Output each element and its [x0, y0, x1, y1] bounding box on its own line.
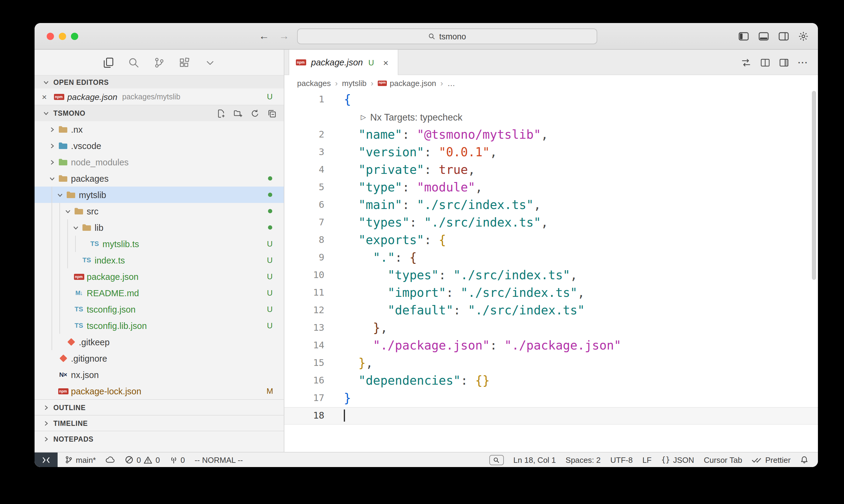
tree-item-mytslib.ts[interactable]: TSmytslib.tsU: [35, 236, 284, 252]
status-zoom[interactable]: [484, 452, 509, 467]
sidebar: OPEN EDITORS × npm package.json packages…: [35, 50, 285, 452]
tree-item-index.ts[interactable]: TSindex.tsU: [35, 252, 284, 268]
panel-title: NOTEPADS: [53, 435, 94, 443]
tree-item-node_modules[interactable]: node_modules: [35, 154, 284, 170]
status-language-mode[interactable]: {}JSON: [656, 452, 699, 467]
tree-item-src[interactable]: src: [35, 203, 284, 219]
status-git-branch[interactable]: main*: [60, 452, 101, 467]
code-line-9[interactable]: 9 ".": {: [285, 249, 818, 267]
code-line-8[interactable]: 8 "exports": {: [285, 231, 818, 249]
code-line-5[interactable]: 5 "type": "module",: [285, 179, 818, 196]
code-line-18[interactable]: 18: [285, 407, 818, 425]
source-control-icon[interactable]: [153, 57, 165, 69]
status-formatter-prettier[interactable]: Prettier: [747, 452, 795, 467]
explorer-icon[interactable]: [102, 57, 114, 69]
status-indentation[interactable]: Spaces: 2: [561, 452, 606, 467]
open-editor-package-json[interactable]: × npm package.json packages/mytslib U: [35, 88, 284, 105]
split-editor-icon[interactable]: [760, 58, 770, 67]
tree-item-.nx[interactable]: .nx: [35, 121, 284, 138]
status-cursor-tab[interactable]: Cursor Tab: [699, 452, 747, 467]
panel-header-outline[interactable]: OUTLINE: [35, 399, 284, 415]
tree-item-packages[interactable]: packages: [35, 170, 284, 186]
status-ports[interactable]: 0: [165, 452, 189, 467]
code-line-6[interactable]: 6 "main": "./src/index.ts",: [285, 196, 818, 214]
breadcrumb-packages[interactable]: packages: [297, 78, 331, 88]
panel-header-timeline[interactable]: TIMELINE: [35, 415, 284, 431]
tree-item-label: README.md: [87, 288, 139, 298]
workspace-header-tsmono[interactable]: TSMONO: [35, 105, 284, 121]
toggle-primary-sidebar-icon[interactable]: [739, 32, 749, 41]
new-folder-icon[interactable]: [234, 109, 243, 118]
toggle-secondary-sidebar-icon[interactable]: [778, 32, 789, 41]
code-line-7[interactable]: 7 "types": "./src/index.ts",: [285, 214, 818, 231]
code-line-12[interactable]: 12 "default": "./src/index.ts": [285, 302, 818, 319]
new-file-icon[interactable]: [217, 109, 226, 118]
more-views-icon[interactable]: [204, 57, 216, 69]
panel-header-notepads[interactable]: NOTEPADS: [35, 431, 284, 447]
tree-item-.gitignore[interactable]: .gitignore: [35, 350, 284, 366]
tree-item-package.json[interactable]: npmpackage.jsonU: [35, 268, 284, 285]
code-line-4[interactable]: 4 "private": true,: [285, 161, 818, 179]
tree-item-mytslib[interactable]: mytslib: [35, 186, 284, 203]
code-line-1[interactable]: 1{: [285, 91, 818, 108]
close-window-button[interactable]: [47, 33, 54, 40]
command-center-search[interactable]: tsmono: [297, 29, 597, 44]
breadcrumb-package.json[interactable]: npmpackage.json: [378, 78, 436, 88]
close-editor-icon[interactable]: ×: [42, 92, 53, 102]
refresh-icon[interactable]: [251, 109, 259, 118]
breadcrumb-more[interactable]: …: [447, 78, 455, 88]
toggle-layout-icon[interactable]: [779, 58, 789, 67]
tab-package-json[interactable]: npm package.json U ×: [289, 50, 398, 75]
tree-item-.vscode[interactable]: .vscode: [35, 138, 284, 154]
code-line-17[interactable]: 17}: [285, 390, 818, 407]
code-line-3[interactable]: 3 "version": "0.0.1",: [285, 144, 818, 161]
status-notifications[interactable]: [795, 452, 813, 467]
close-tab-icon[interactable]: ×: [383, 57, 389, 68]
workspace-title: TSMONO: [53, 110, 86, 117]
status-remote-indicator[interactable]: [35, 452, 57, 467]
extensions-icon[interactable]: [179, 57, 190, 69]
tree-item-.gitkeep[interactable]: .gitkeep: [35, 334, 284, 350]
tree-item-label: .gitignore: [71, 354, 107, 363]
navigate-forward-button[interactable]: →: [279, 30, 289, 42]
status-vim-mode[interactable]: -- NORMAL --: [190, 452, 248, 467]
breadcrumb-mytslib[interactable]: mytslib: [342, 78, 366, 88]
compare-changes-icon[interactable]: [741, 58, 751, 67]
search-icon[interactable]: [128, 57, 139, 69]
editor-scrollbar[interactable]: [812, 91, 816, 280]
code-line-10[interactable]: 10 "types": "./src/index.ts",: [285, 267, 818, 284]
settings-gear-icon[interactable]: [798, 32, 808, 41]
indent-guide: [52, 186, 52, 350]
line-number: 5: [285, 179, 324, 196]
zoom-window-button[interactable]: [71, 33, 78, 40]
codelens-nx-targets[interactable]: ▷Nx Targets: typecheck: [361, 108, 462, 126]
status-text: 0: [156, 455, 160, 464]
tree-item-README.md[interactable]: M↓README.mdU: [35, 285, 284, 301]
tree-item-tsconfig.lib.json[interactable]: TStsconfig.lib.jsonU: [35, 318, 284, 334]
code-line-13[interactable]: 13 },: [285, 319, 818, 337]
status-cursor-position[interactable]: Ln 18, Col 1: [509, 452, 561, 467]
tree-item-package-lock.json[interactable]: npmpackage-lock.jsonM: [35, 383, 284, 399]
toggle-panel-icon[interactable]: [758, 32, 769, 41]
open-editors-header[interactable]: OPEN EDITORS: [35, 75, 284, 88]
status-text: LF: [642, 455, 652, 464]
code-line-15[interactable]: 15 },: [285, 354, 818, 372]
code-line-14[interactable]: 14 "./package.json": "./package.json": [285, 337, 818, 354]
status-sync[interactable]: [101, 452, 120, 467]
status-eol[interactable]: LF: [638, 452, 656, 467]
status-problems[interactable]: 00: [120, 452, 165, 467]
more-actions-icon[interactable]: ···: [798, 57, 808, 67]
minimize-window-button[interactable]: [59, 33, 66, 40]
tree-item-tsconfig.json[interactable]: TStsconfig.jsonU: [35, 301, 284, 318]
code-line-16[interactable]: 16 "dependencies": {}: [285, 372, 818, 390]
tree-item-nx.json[interactable]: N×nx.json: [35, 366, 284, 383]
code-line-2[interactable]: 2 "name": "@tsmono/mytslib",: [285, 126, 818, 144]
navigate-back-button[interactable]: ←: [259, 30, 269, 42]
collapse-all-icon[interactable]: [268, 109, 276, 118]
code-editor[interactable]: 1{▷Nx Targets: typecheck2 "name": "@tsmo…: [285, 91, 818, 452]
status-encoding[interactable]: UTF-8: [605, 452, 638, 467]
code-line-11[interactable]: 11 "import": "./src/index.ts",: [285, 284, 818, 302]
status-text: 0: [180, 455, 185, 464]
tree-item-lib[interactable]: lib: [35, 219, 284, 236]
titlebar-actions: [739, 23, 808, 50]
